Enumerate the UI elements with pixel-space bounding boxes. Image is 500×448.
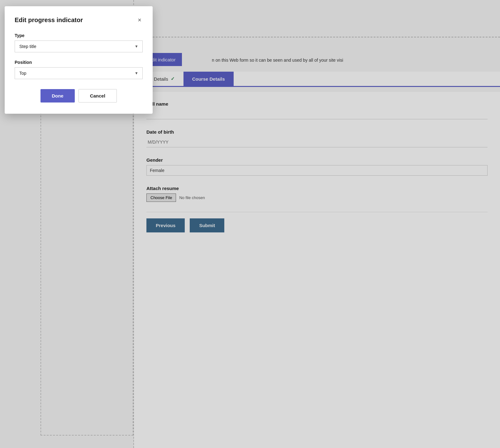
close-icon: ×	[138, 17, 141, 23]
type-select[interactable]: Step title Progress bar Percentage None	[15, 41, 143, 52]
done-button[interactable]: Done	[40, 89, 75, 102]
modal-close-button[interactable]: ×	[136, 16, 143, 24]
cancel-label: Cancel	[90, 93, 105, 98]
cancel-button[interactable]: Cancel	[79, 89, 117, 102]
position-select[interactable]: Top Bottom Left Right	[15, 67, 143, 79]
modal-position-field: Position Top Bottom Left Right ▼	[15, 60, 143, 79]
modal-type-field: Type Step title Progress bar Percentage …	[15, 33, 143, 52]
edit-progress-indicator-modal: Edit progress indicator × Type Step titl…	[5, 6, 153, 114]
done-label: Done	[52, 93, 64, 98]
type-label: Type	[15, 33, 143, 38]
modal-header: Edit progress indicator ×	[15, 16, 143, 24]
modal-buttons: Done Cancel	[15, 89, 143, 102]
position-select-wrapper: Top Bottom Left Right ▼	[15, 67, 143, 79]
position-label: Position	[15, 60, 143, 65]
modal-title: Edit progress indicator	[15, 17, 83, 24]
type-select-wrapper: Step title Progress bar Percentage None …	[15, 41, 143, 52]
